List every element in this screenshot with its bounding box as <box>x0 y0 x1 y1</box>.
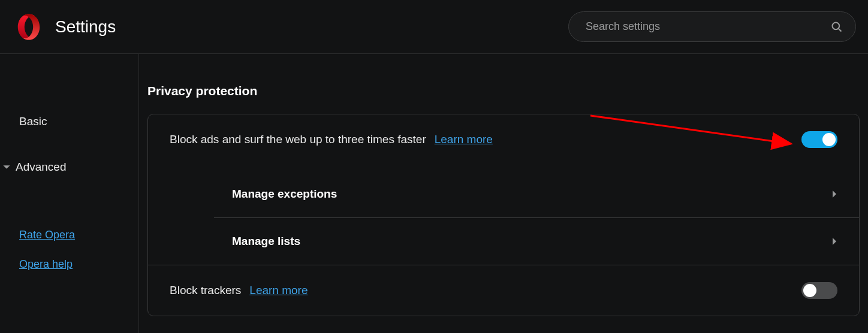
block-trackers-label-wrap: Block trackers Learn more <box>170 284 308 297</box>
manage-exceptions-label: Manage exceptions <box>232 187 337 201</box>
sidebar-item-label: Basic <box>19 115 47 128</box>
search-icon <box>831 21 843 33</box>
manage-exceptions-row[interactable]: Manage exceptions <box>214 171 859 217</box>
block-ads-learn-more-link[interactable]: Learn more <box>435 133 493 146</box>
svg-line-1 <box>839 28 842 31</box>
block-ads-subrows: Manage exceptions Manage lists <box>148 171 859 265</box>
sidebar-item-advanced[interactable]: Advanced <box>0 153 138 181</box>
block-ads-toggle[interactable] <box>801 131 837 148</box>
block-trackers-toggle[interactable] <box>801 282 837 299</box>
toggle-knob <box>822 133 836 146</box>
search-container <box>568 11 856 42</box>
block-trackers-label: Block trackers <box>170 284 241 297</box>
section-title: Privacy protection <box>147 84 860 98</box>
manage-lists-label: Manage lists <box>232 235 300 248</box>
block-ads-row: Block ads and surf the web up to three t… <box>148 114 859 171</box>
privacy-card: Block ads and surf the web up to three t… <box>147 114 860 316</box>
chevron-right-icon <box>831 237 837 246</box>
header-left: Settings <box>14 13 116 41</box>
opera-help-link[interactable]: Opera help <box>19 258 138 271</box>
body: Basic Advanced Rate Opera Opera help Pri… <box>0 54 868 333</box>
manage-lists-row[interactable]: Manage lists <box>214 217 859 265</box>
block-ads-label-wrap: Block ads and surf the web up to three t… <box>170 133 493 146</box>
sidebar-item-basic[interactable]: Basic <box>0 108 138 135</box>
chevron-down-icon <box>2 163 11 171</box>
sidebar-item-label: Advanced <box>16 161 67 174</box>
page-title: Settings <box>55 17 116 37</box>
svg-point-0 <box>833 22 840 29</box>
toggle-knob <box>803 284 816 297</box>
sidebar-links: Rate Opera Opera help <box>0 229 138 287</box>
search-input[interactable] <box>568 11 856 42</box>
block-trackers-learn-more-link[interactable]: Learn more <box>249 284 308 297</box>
block-ads-label: Block ads and surf the web up to three t… <box>170 133 426 146</box>
chevron-right-icon <box>831 190 837 198</box>
main-content: Privacy protection Block ads and surf th… <box>139 54 868 333</box>
sidebar: Basic Advanced Rate Opera Opera help <box>0 54 139 333</box>
block-trackers-row: Block trackers Learn more <box>148 265 859 316</box>
opera-logo-icon <box>14 13 43 41</box>
rate-opera-link[interactable]: Rate Opera <box>19 229 138 241</box>
header: Settings <box>0 0 868 54</box>
